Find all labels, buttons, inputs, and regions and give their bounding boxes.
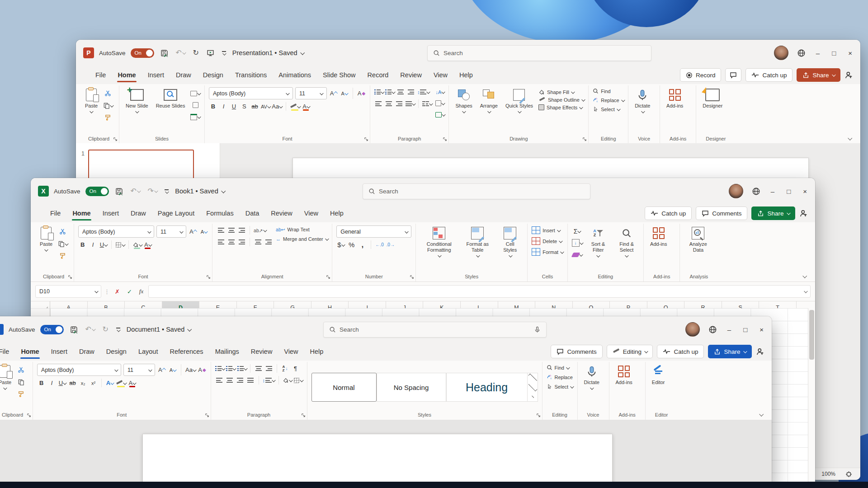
comments-button[interactable]: Comments (551, 345, 602, 358)
columns-button[interactable] (422, 99, 432, 108)
sort-filter-button[interactable]: AZSort & Filter (585, 225, 611, 258)
superscript-button[interactable]: x² (89, 378, 98, 388)
styles-dialog-launcher[interactable] (536, 413, 541, 418)
dictate-button[interactable]: Dictate (632, 87, 652, 114)
autosave-toggle[interactable]: On (131, 48, 154, 58)
fill-color-button[interactable] (132, 240, 142, 249)
ribbon-tab[interactable]: File (90, 66, 112, 84)
font-size-select[interactable]: 11 (156, 225, 186, 238)
smartart-button[interactable] (435, 110, 445, 119)
start-slideshow-button[interactable] (205, 48, 216, 58)
style-heading-1[interactable]: Heading (446, 373, 528, 402)
ribbon-tab[interactable]: Design (100, 343, 132, 361)
collapse-ribbon-button[interactable] (848, 136, 852, 141)
underline-button[interactable]: U (230, 102, 238, 111)
character-spacing-button[interactable]: AV (261, 102, 270, 111)
ribbon-tab[interactable]: Home (15, 343, 45, 361)
wrap-text-button[interactable]: ab↩Wrap Text (276, 227, 328, 232)
excel-titlebar[interactable]: X AutoSave On ↶ ↷ Book1 • Saved Search –… (31, 178, 815, 204)
bullets-button[interactable] (215, 364, 225, 373)
paste-button[interactable]: Paste (83, 87, 100, 114)
comments-button[interactable]: Comments (696, 206, 747, 220)
show-formatting-button[interactable]: ¶ (291, 364, 300, 373)
ribbon-tab[interactable]: File (0, 343, 15, 361)
merge-center-button[interactable]: ↔Merge and Center (276, 236, 328, 242)
font-dialog-launcher[interactable] (364, 137, 368, 141)
ribbon-tab[interactable]: Review (245, 343, 278, 361)
ribbon-tab[interactable]: Home (66, 204, 96, 222)
section-button[interactable] (190, 112, 200, 122)
ribbon-tab[interactable]: Record (362, 66, 395, 84)
strikethrough-button[interactable]: ab (250, 102, 259, 111)
ribbon-tab[interactable]: Review (394, 66, 428, 84)
ribbon-tab[interactable]: Slide Show (317, 66, 362, 84)
record-button[interactable]: Record (680, 68, 722, 82)
voice-search-icon[interactable] (534, 326, 541, 333)
collapse-ribbon-button[interactable] (802, 274, 807, 278)
select-button[interactable]: Select (593, 106, 624, 112)
shadow-button[interactable]: S (240, 102, 249, 111)
increase-indent-button[interactable] (264, 364, 273, 373)
close-button[interactable]: × (846, 49, 854, 57)
increase-indent-button[interactable] (407, 87, 415, 97)
gallery-up-button[interactable] (528, 373, 538, 383)
minimize-button[interactable]: – (726, 325, 733, 334)
editing-mode-button[interactable]: Editing (607, 345, 653, 358)
vertical-scrollbar[interactable] (808, 308, 815, 488)
decrease-decimal-button[interactable]: .0→ (386, 240, 395, 249)
ribbon-tab[interactable]: Draw (73, 343, 100, 361)
ribbon-tab[interactable]: Insert (45, 343, 73, 361)
align-center-button[interactable] (226, 375, 234, 385)
insert-function-button[interactable]: fx (137, 287, 146, 296)
percent-style-button[interactable]: % (347, 240, 356, 249)
ribbon-tab[interactable]: Home (112, 66, 142, 84)
ribbon-tab[interactable]: Insert (97, 204, 125, 222)
document-title[interactable]: Book1 • Saved (175, 188, 224, 195)
ribbon-tab[interactable]: View (428, 66, 453, 84)
italic-button[interactable]: I (47, 378, 56, 388)
ribbon-tab[interactable]: Transitions (229, 66, 273, 84)
middle-align-button[interactable] (227, 225, 236, 235)
subscript-button[interactable]: x₂ (79, 378, 87, 388)
borders-button[interactable] (115, 240, 125, 249)
document-title[interactable]: Presentation1 • Saved (232, 49, 304, 56)
clear-formatting-button[interactable]: A◆ (198, 365, 207, 375)
style-normal[interactable]: Normal (311, 373, 377, 402)
line-spacing-button[interactable]: ↕ (417, 87, 429, 97)
alignment-dialog-launcher[interactable] (326, 275, 330, 279)
shrink-font-button[interactable]: A (168, 365, 177, 375)
font-size-select[interactable]: 11 (295, 87, 327, 99)
ribbon-tab[interactable]: Draw (125, 204, 152, 222)
justify-button[interactable] (246, 375, 255, 385)
replace-button[interactable]: Replace (547, 374, 573, 380)
font-color-button[interactable]: A (302, 102, 310, 111)
search-input[interactable]: Search (427, 45, 651, 61)
collapse-ribbon-button[interactable] (759, 412, 764, 417)
increase-decimal-button[interactable]: ←.0 (375, 240, 384, 249)
increase-indent-button[interactable] (264, 237, 273, 247)
taskbar[interactable] (0, 482, 868, 488)
italic-button[interactable]: I (219, 102, 228, 111)
font-color-button[interactable]: A (128, 378, 137, 388)
people-icon[interactable] (756, 347, 764, 356)
paragraph-dialog-launcher[interactable] (301, 413, 306, 418)
align-right-button[interactable] (395, 99, 404, 108)
align-center-button[interactable] (227, 237, 236, 247)
sort-button[interactable]: AZ↓ (281, 364, 289, 373)
line-spacing-button[interactable]: ↕ (263, 375, 275, 385)
accounting-format-button[interactable]: $ (336, 240, 345, 249)
insert-cells-button[interactable]: Insert (532, 226, 563, 234)
scrollbar-thumb[interactable] (809, 310, 814, 360)
clipboard-dialog-launcher[interactable] (113, 137, 118, 141)
ribbon-tab[interactable]: Draw (170, 66, 197, 84)
add-ins-button[interactable]: Add-ins (613, 364, 635, 386)
document-page[interactable] (142, 434, 613, 488)
ribbon-tab[interactable]: Data (240, 204, 265, 222)
ribbon-tab[interactable]: Animations (273, 66, 317, 84)
customize-qat-button[interactable] (221, 50, 227, 56)
maximize-button[interactable]: □ (830, 49, 838, 57)
reset-slide-button[interactable] (190, 100, 200, 110)
cut-button[interactable] (103, 89, 113, 98)
customize-qat-button[interactable] (163, 188, 170, 194)
orientation-button[interactable]: ab↗ (254, 225, 266, 235)
